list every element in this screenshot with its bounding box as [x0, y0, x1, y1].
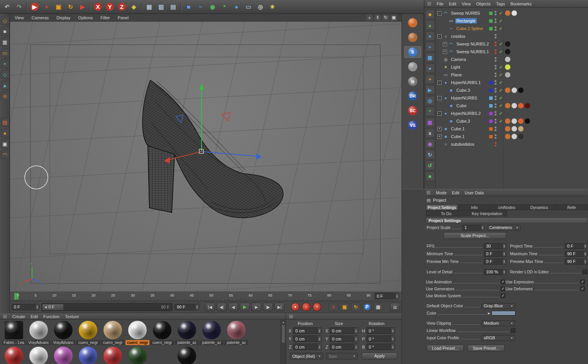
current-frame-field[interactable]: 0 F ▲▼: [374, 293, 399, 299]
material-swatch[interactable]: [51, 347, 76, 364]
tab-to-do[interactable]: To Do: [426, 211, 466, 216]
end-time-field[interactable]: 90 F ▲▼: [175, 304, 199, 310]
scale-project-button[interactable]: Scale Project...: [444, 232, 506, 239]
expand-toggle-icon[interactable]: +: [437, 127, 442, 131]
next-key-button[interactable]: |▶: [263, 303, 273, 311]
rotate-tool[interactable]: ↻: [65, 1, 76, 12]
material-swatch[interactable]: [76, 347, 100, 364]
enabled-check-icon[interactable]: ✓: [498, 80, 503, 85]
dr-render-badge[interactable]: DR: [404, 90, 421, 102]
object-tree-row[interactable]: ■ Cube.3 ✓: [436, 117, 588, 125]
visibility-dots[interactable]: [495, 119, 496, 123]
stepper-icon[interactable]: ▲▼: [481, 225, 484, 230]
material-name[interactable]: cuero_negr: [150, 340, 174, 345]
tag-icons[interactable]: [505, 103, 530, 108]
tag-icons[interactable]: [505, 57, 530, 62]
enabled-check-icon[interactable]: ✓: [498, 65, 503, 70]
record-position-toggle[interactable]: +: [329, 303, 338, 311]
range-start-handle[interactable]: ◀ 0 F: [42, 304, 63, 310]
material-menu-item[interactable]: Texture: [65, 314, 79, 319]
object-tree-row[interactable]: ◎ Camera: [436, 56, 588, 63]
object-name[interactable]: Cube.2.Spline: [455, 26, 484, 31]
record-pla-toggle[interactable]: ▦: [373, 303, 383, 311]
material-preview[interactable]: [5, 321, 23, 339]
palette-flower-icon[interactable]: *: [425, 107, 435, 116]
enabled-check-icon[interactable]: ✓: [498, 42, 503, 47]
vs-render-badge[interactable]: VS: [404, 120, 421, 131]
render-lod-checkbox[interactable]: [583, 270, 587, 274]
stepper-icon[interactable]: ▲▼: [583, 259, 587, 264]
object-tree-row[interactable]: ■ Cube.3 ✓: [436, 86, 588, 94]
next-frame-button[interactable]: ▶: [251, 303, 261, 311]
material-preview[interactable]: [54, 321, 73, 339]
material-swatch[interactable]: cuero_negr: [150, 321, 175, 345]
tab-cmnodes[interactable]: cmNodes: [491, 204, 523, 210]
keyframe-selection-button[interactable]: ▤: [390, 303, 400, 311]
goto-end-button[interactable]: ▶|: [275, 303, 285, 311]
object-tree-row[interactable]: ▭ Plane ✓: [436, 71, 588, 79]
expand-toggle-icon[interactable]: -: [437, 34, 442, 39]
view-clipping-dropdown[interactable]: Medium▼: [481, 320, 515, 326]
position-field[interactable]: 0 cm ▲▼: [293, 327, 322, 334]
zoom-view-icon[interactable]: ⇕: [374, 15, 381, 21]
object-axis-mode-button[interactable]: ⊕: [1, 92, 9, 100]
layer-color-swatch[interactable]: [489, 89, 493, 92]
expand-toggle-icon[interactable]: -: [437, 11, 442, 15]
tag-icons[interactable]: [505, 10, 530, 16]
attribute-menu-item[interactable]: Mode: [436, 190, 447, 195]
palette-array-icon[interactable]: ▦: [425, 53, 435, 62]
expand-toggle-icon[interactable]: +: [437, 135, 442, 139]
toolbar-separator[interactable]: [25, 1, 28, 12]
material-swatch[interactable]: cuero_negr: [125, 321, 150, 345]
enabled-check-icon[interactable]: ✓: [498, 49, 503, 54]
material-name[interactable]: patente_az: [224, 340, 248, 345]
toolbar-spacer[interactable]: [1, 103, 9, 116]
workplane-mode-button[interactable]: ▭: [1, 49, 9, 57]
points-mode-button[interactable]: ▪: [1, 59, 9, 68]
texture-mode-button[interactable]: ▦: [1, 38, 9, 46]
material-menu-item[interactable]: Create: [12, 314, 25, 319]
lock-z-axis-button[interactable]: Z: [116, 1, 127, 12]
object-tree-row[interactable]: + ■ Cube.1: [436, 125, 588, 133]
layer-color-swatch[interactable]: [489, 66, 493, 69]
layer-color-swatch[interactable]: [489, 50, 493, 54]
palette-grid-icon[interactable]: ▦: [425, 118, 435, 127]
visibility-dots[interactable]: [495, 42, 496, 46]
expand-arrow-icon[interactable]: ▶: [488, 312, 490, 315]
material-swatch[interactable]: cuero_negr: [76, 321, 100, 345]
size-field[interactable]: 0 cm ▲▼: [330, 327, 358, 334]
position-field[interactable]: 0 cm ▲▼: [293, 335, 322, 342]
material-preview[interactable]: [29, 347, 48, 364]
time-field[interactable]: 90 F ▲▼: [565, 259, 587, 265]
material-preview[interactable]: [128, 347, 147, 364]
object-tree-row[interactable]: ~ Cube.2.Spline ✓: [436, 25, 588, 32]
visibility-dots[interactable]: [495, 19, 496, 23]
time-field[interactable]: 90 F ▲▼: [565, 251, 587, 257]
material-preview[interactable]: [178, 321, 196, 339]
stepper-icon[interactable]: ▲▼: [502, 259, 506, 264]
object-name[interactable]: Cube: [455, 103, 468, 108]
object-tree-row[interactable]: ○ subdivididos: [436, 140, 588, 148]
expand-toggle-icon[interactable]: -: [437, 81, 442, 85]
object-manager-menu-item[interactable]: View: [462, 2, 471, 6]
material-swatch[interactable]: [175, 347, 199, 364]
record-scale-toggle[interactable]: ▣: [340, 303, 349, 311]
object-tree-row[interactable]: + ◠ Sweep NURBS.2 ✓: [436, 40, 588, 48]
layer-color-swatch[interactable]: [489, 120, 493, 123]
tag-icons[interactable]: [505, 41, 530, 47]
sc-render-badge[interactable]: SC: [404, 105, 421, 116]
object-tree-row[interactable]: ■ Cube ✓: [436, 102, 588, 110]
color-swatch[interactable]: [491, 311, 515, 315]
material-swatch[interactable]: [125, 347, 150, 364]
pan-view-icon[interactable]: +: [366, 15, 373, 21]
enabled-check-icon[interactable]: ✓: [498, 103, 503, 108]
load-preset-button[interactable]: Load Preset...: [427, 345, 464, 352]
prev-frame-button[interactable]: ◀: [228, 303, 238, 311]
rotation-field[interactable]: 0 ° ▲▼: [366, 335, 395, 342]
palette-landscape-icon[interactable]: ▲: [425, 20, 435, 30]
material-swatch[interactable]: Fabric - Lea: [2, 321, 26, 345]
material-name[interactable]: patente_az: [200, 340, 224, 345]
panel-grip-icon[interactable]: [3, 315, 7, 318]
stepper-icon[interactable]: ▲▼: [35, 304, 39, 310]
tag-icons[interactable]: [505, 64, 530, 70]
